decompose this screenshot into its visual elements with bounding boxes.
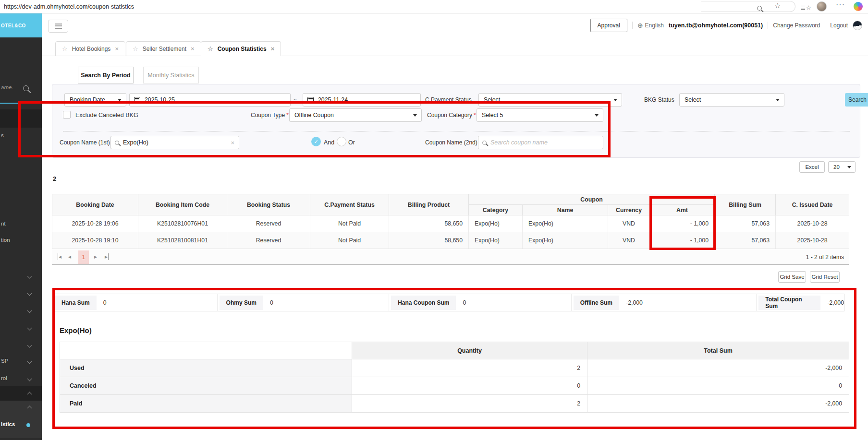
calendar-icon[interactable] [307,97,314,103]
zoom-out-icon[interactable] [757,4,762,12]
previous-page-icon[interactable]: ◂ [68,253,71,260]
favorites-bar-icon[interactable]: ☆ [801,3,811,12]
cell-coupon-category: Expo(Ho) [469,215,523,232]
chevron-up-icon[interactable] [27,406,32,411]
cpayment-status-select[interactable]: Select [478,93,622,107]
chevron-down-icon [776,99,780,101]
address-bar[interactable]: https://dev-adm.ohmyhotel.com/coupon-sta… [4,3,134,10]
chevron-down-icon[interactable] [27,343,32,348]
column-header[interactable]: Booking Item Code [138,194,227,215]
theme-toggle-icon[interactable] [853,21,862,30]
menu-toggle-button[interactable] [48,20,68,33]
table-row[interactable]: 2025-10-28 19:10 K25102810081H01 Reserve… [52,232,849,249]
sidebar-item-coupon-statistics[interactable]: istics [1,421,15,427]
cell-booking-date: 2025-10-28 19:10 [52,232,138,249]
tab-search-by-period[interactable]: Search By Period [78,67,134,83]
summary-value: -2,000 [827,299,844,306]
logout-link[interactable]: Logout [830,22,848,29]
summary-label: Hana Coupon Sum [391,296,456,310]
sidebar-search-input[interactable]: ame. [1,84,13,90]
detail-header-row: Quantity Total Sum [60,342,849,359]
chevron-down-icon[interactable] [27,291,32,296]
chevron-down-icon[interactable] [27,309,32,313]
tab-seller-settlement[interactable]: ☆ Seller Settlement × [126,41,201,56]
cpayment-status-label: C.Payment Status [425,96,472,103]
grid-header-row: Booking Date Booking Item Code Booking S… [52,194,849,205]
excel-export-button[interactable]: Excel [799,161,825,173]
date-from-input[interactable]: 2025-10-25 [129,93,291,107]
summary-bar: Hana Sum 0 Ohmy Sum 0 Hana Coupon Sum 0 … [52,294,844,311]
bookmark-star-icon[interactable]: ☆ [774,1,781,10]
favorite-star-icon[interactable]: ☆ [133,45,138,52]
sidebar-item[interactable]: SP [1,358,8,364]
coupon-name-1st-input[interactable]: Expo(Ho) × [110,136,239,149]
coupon-category-label: Coupon Category* [427,112,476,119]
chevron-down-icon[interactable] [27,326,32,331]
column-header[interactable]: Name [523,205,608,215]
column-header[interactable]: Booking Status [227,194,310,215]
sidebar-section-band[interactable] [0,386,42,401]
search-icon[interactable] [23,85,29,91]
tab-monthly-statistics[interactable]: Monthly Statistics [143,67,199,83]
column-header[interactable]: Category [469,205,523,215]
and-radio[interactable]: ✓ [311,137,321,146]
copilot-icon[interactable] [854,2,863,11]
browser-profile-avatar[interactable] [817,1,827,12]
column-header[interactable]: Amt [650,205,715,215]
chevron-down-icon[interactable] [27,377,32,381]
page-size-select[interactable]: 20 [828,161,856,173]
tab-hotel-bookings[interactable]: ☆ Hotel Bookings × [55,41,125,56]
clear-icon[interactable]: × [231,139,234,146]
tab-coupon-statistics[interactable]: ☆ Coupon Statistics × [201,41,281,56]
summary-hana-sum: Hana Sum 0 [53,294,217,311]
column-header[interactable]: C.Payment Status [310,194,389,215]
last-page-icon[interactable]: ▸ [105,253,109,260]
or-radio[interactable] [337,137,346,146]
coupon-category-value: Select 5 [482,112,503,119]
cell-currency: VND [608,232,650,249]
exclude-canceled-checkbox[interactable] [63,111,71,119]
current-page-button[interactable]: 1 [78,250,89,264]
bkg-status-select[interactable]: Select [679,93,784,107]
close-icon[interactable]: × [191,45,195,52]
cell-booking-status: Reserved [227,232,310,249]
chevron-down-icon[interactable] [27,274,32,279]
calendar-icon[interactable] [134,97,140,103]
summary-value: 0 [463,299,466,306]
coupon-category-select[interactable]: Select 5 [477,108,603,122]
close-icon[interactable]: × [271,45,275,52]
close-icon[interactable]: × [115,45,119,52]
required-marker: * [286,112,289,119]
sidebar-item[interactable]: nt [1,221,6,226]
grid-reset-button[interactable]: Grid Reset [810,271,840,283]
column-header[interactable]: Billing Sum [715,194,776,215]
coupon-type-select[interactable]: Offline Coupon [289,108,422,122]
sidebar-item[interactable]: rol [1,375,7,381]
grid-save-button[interactable]: Grid Save [778,271,806,283]
next-page-icon[interactable]: ▸ [94,253,97,260]
chevron-down-icon[interactable] [27,359,32,364]
coupon-name-2nd-input[interactable]: Search coupon name [478,136,603,149]
sidebar-item[interactable]: tion [1,237,10,243]
language-selector[interactable]: ⊕English [637,22,664,29]
date-to-input[interactable]: 2025-11-24 [303,93,421,107]
column-header[interactable]: Currency [608,205,650,215]
date-type-select[interactable]: Booking Date [64,93,126,107]
approval-button[interactable]: Approval [590,19,627,32]
change-password-link[interactable]: Change Password [773,22,820,29]
column-header[interactable]: C. Issued Date [776,194,849,215]
favorite-star-icon[interactable]: ☆ [62,45,68,52]
column-header[interactable]: Booking Date [52,194,138,215]
column-header[interactable]: Billing Product [389,194,469,215]
exclude-canceled-label: Exclude Canceled BKG [75,112,138,119]
search-button[interactable]: Search [845,93,868,107]
coupon-detail-table: Quantity Total Sum Used 2 -2,000 Cancele… [60,342,849,413]
table-row[interactable]: 2025-10-28 19:06 K25102810076H01 Reserve… [52,215,849,232]
favorite-star-icon[interactable]: ☆ [208,45,213,52]
browser-menu-icon[interactable]: ··· [836,0,845,9]
detail-blank-header [60,342,352,359]
sidebar-section-band[interactable] [0,109,42,128]
chevron-down-icon [413,114,417,117]
sidebar-item[interactable]: s [1,132,4,138]
first-page-icon[interactable]: ◂ [58,253,61,260]
